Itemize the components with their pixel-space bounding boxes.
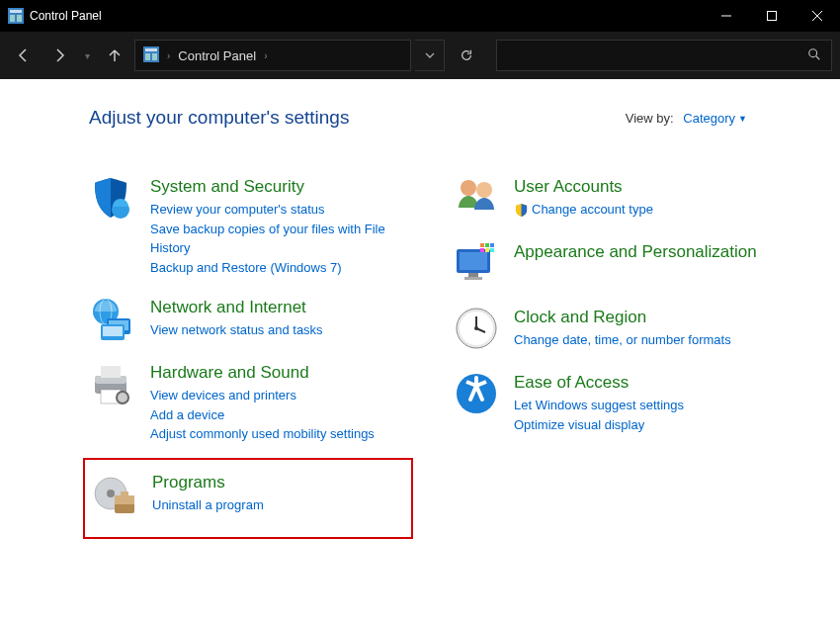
viewby-mode[interactable]: Category: [683, 111, 735, 126]
chevron-right-icon: ›: [262, 50, 269, 61]
svg-point-33: [461, 180, 476, 196]
category-link[interactable]: Review your computer's status: [150, 200, 413, 220]
category-body: User Accounts Change account type: [514, 174, 653, 220]
category-title[interactable]: Network and Internet: [150, 297, 323, 318]
svg-rect-41: [490, 243, 494, 247]
refresh-button[interactable]: [449, 40, 484, 71]
category-appearance: Appearance and Personalization: [453, 239, 777, 287]
category-body: System and Security Review your computer…: [150, 174, 413, 277]
svg-line-13: [816, 55, 820, 59]
close-button[interactable]: [795, 0, 840, 32]
window-controls: [704, 0, 840, 32]
category-link[interactable]: Optimize visual display: [514, 415, 684, 435]
svg-rect-32: [121, 492, 128, 497]
svg-rect-5: [768, 12, 777, 21]
category-user-accounts: User Accounts Change account type: [453, 174, 777, 222]
svg-point-29: [107, 490, 115, 497]
maximize-button[interactable]: [749, 0, 795, 32]
svg-rect-10: [145, 53, 150, 60]
back-button[interactable]: [8, 40, 40, 71]
category-body: Ease of Access Let Windows suggest setti…: [514, 370, 684, 434]
category-ease-of-access: Ease of Access Let Windows suggest setti…: [453, 370, 777, 434]
svg-point-12: [809, 48, 817, 56]
svg-rect-42: [480, 248, 484, 252]
category-body: Hardware and Sound View devices and prin…: [150, 360, 375, 444]
category-body: Clock and Region Change date, time, or n…: [514, 305, 731, 350]
category-title[interactable]: Appearance and Personalization: [514, 241, 757, 263]
search-icon: [807, 47, 821, 64]
category-link[interactable]: Change account type: [514, 200, 653, 220]
category-title[interactable]: Clock and Region: [514, 307, 731, 328]
category-programs: Programs Uninstall a program: [83, 458, 413, 539]
category-hardware-sound: Hardware and Sound View devices and prin…: [89, 360, 413, 444]
programs-icon: [91, 470, 138, 517]
breadcrumb-root[interactable]: Control Panel: [178, 48, 256, 63]
category-clock-region: Clock and Region Change date, time, or n…: [453, 305, 777, 352]
up-button[interactable]: [99, 40, 130, 71]
category-link[interactable]: Backup and Restore (Windows 7): [150, 258, 413, 278]
svg-rect-20: [103, 326, 123, 336]
category-body: Network and Internet View network status…: [150, 295, 323, 340]
page-title: Adjust your computer's settings: [89, 107, 349, 129]
category-columns: System and Security Review your computer…: [89, 174, 777, 539]
svg-rect-23: [101, 366, 121, 378]
svg-rect-43: [485, 248, 489, 252]
users-icon: [453, 174, 500, 222]
address-dropdown[interactable]: [415, 40, 445, 71]
category-title[interactable]: Programs: [152, 472, 264, 493]
chevron-down-icon[interactable]: ▼: [738, 114, 747, 124]
viewby-label: View by:: [626, 111, 674, 126]
svg-rect-1: [10, 10, 22, 13]
category-network-internet: Network and Internet View network status…: [89, 295, 413, 342]
breadcrumb[interactable]: › Control Panel ›: [134, 40, 411, 71]
category-link[interactable]: Add a device: [150, 405, 375, 425]
globe-network-icon: [89, 295, 136, 342]
category-link[interactable]: Uninstall a program: [152, 495, 264, 515]
address-bar: ▾ › Control Panel ›: [0, 32, 840, 79]
link-text: Change account type: [532, 202, 653, 217]
svg-point-26: [118, 393, 127, 402]
header-row: Adjust your computer's settings View by:…: [89, 107, 777, 129]
recent-dropdown[interactable]: ▾: [79, 40, 95, 71]
category-link[interactable]: View network status and tasks: [150, 320, 323, 340]
window-title: Control Panel: [30, 9, 102, 23]
svg-rect-11: [152, 53, 157, 60]
category-link[interactable]: Change date, time, or number formats: [514, 330, 731, 350]
left-column: System and Security Review your computer…: [89, 174, 413, 539]
category-system-security: System and Security Review your computer…: [89, 174, 413, 277]
control-panel-icon: [8, 8, 24, 24]
category-title[interactable]: Hardware and Sound: [150, 362, 375, 384]
uac-shield-icon: [514, 203, 529, 218]
svg-rect-3: [17, 15, 22, 22]
minimize-button[interactable]: [704, 0, 749, 32]
category-link[interactable]: Save backup copies of your files with Fi…: [150, 220, 413, 258]
monitor-palette-icon: [453, 239, 500, 287]
content-area: Adjust your computer's settings View by:…: [0, 79, 840, 559]
printer-icon: [89, 360, 136, 407]
clock-icon: [453, 305, 500, 352]
category-title[interactable]: Ease of Access: [514, 372, 684, 394]
category-body: Appearance and Personalization: [514, 239, 757, 265]
svg-point-34: [476, 182, 492, 198]
ease-of-access-icon: [453, 370, 500, 417]
chevron-right-icon: ›: [165, 50, 172, 61]
svg-rect-37: [468, 273, 478, 277]
svg-rect-36: [460, 252, 487, 270]
svg-point-49: [474, 326, 478, 330]
search-box[interactable]: [496, 40, 832, 71]
svg-rect-38: [464, 277, 482, 280]
svg-rect-2: [10, 15, 15, 22]
svg-rect-44: [490, 248, 494, 252]
category-link[interactable]: Let Windows suggest settings: [514, 396, 684, 415]
svg-rect-39: [480, 243, 484, 247]
shield-icon: [89, 174, 136, 222]
forward-button[interactable]: [43, 40, 75, 71]
title-bar: Control Panel: [0, 0, 840, 32]
category-title[interactable]: System and Security: [150, 176, 413, 198]
category-link[interactable]: View devices and printers: [150, 386, 375, 405]
category-body: Programs Uninstall a program: [152, 470, 264, 515]
category-title[interactable]: User Accounts: [514, 176, 653, 198]
category-link[interactable]: Adjust commonly used mobility settings: [150, 424, 375, 444]
breadcrumb-icon: [143, 46, 159, 65]
right-column: User Accounts Change account type: [453, 174, 777, 539]
